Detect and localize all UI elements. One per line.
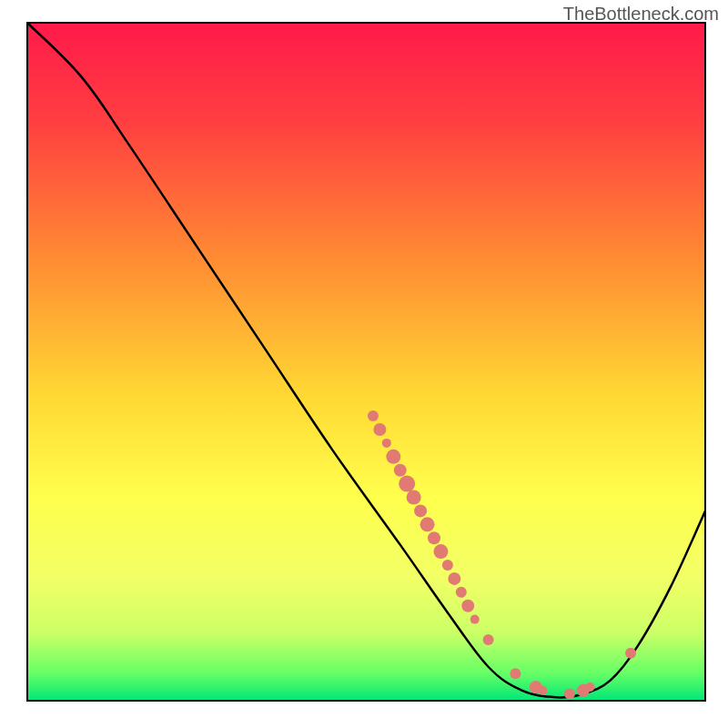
data-point <box>420 517 435 531</box>
data-point <box>564 689 575 700</box>
data-point <box>368 410 379 421</box>
data-point <box>428 531 440 544</box>
data-point <box>382 439 391 448</box>
data-point <box>448 572 460 585</box>
data-point <box>483 634 494 645</box>
bottleneck-chart <box>0 0 728 728</box>
data-point <box>373 423 386 436</box>
gradient-background <box>27 23 705 701</box>
data-point <box>442 560 453 571</box>
data-point <box>407 490 421 505</box>
data-point <box>625 648 636 659</box>
data-point <box>585 682 594 692</box>
data-point <box>433 544 448 559</box>
data-point <box>386 450 400 464</box>
data-point <box>394 464 407 477</box>
data-point <box>510 668 521 679</box>
data-point <box>456 587 467 598</box>
data-point <box>538 686 547 695</box>
data-point <box>399 476 415 492</box>
data-point <box>414 504 427 517</box>
data-point <box>461 600 474 612</box>
chart-container: TheBottleneck.com <box>0 0 728 728</box>
watermark-text: TheBottleneck.com <box>563 4 719 25</box>
data-point <box>470 615 480 624</box>
